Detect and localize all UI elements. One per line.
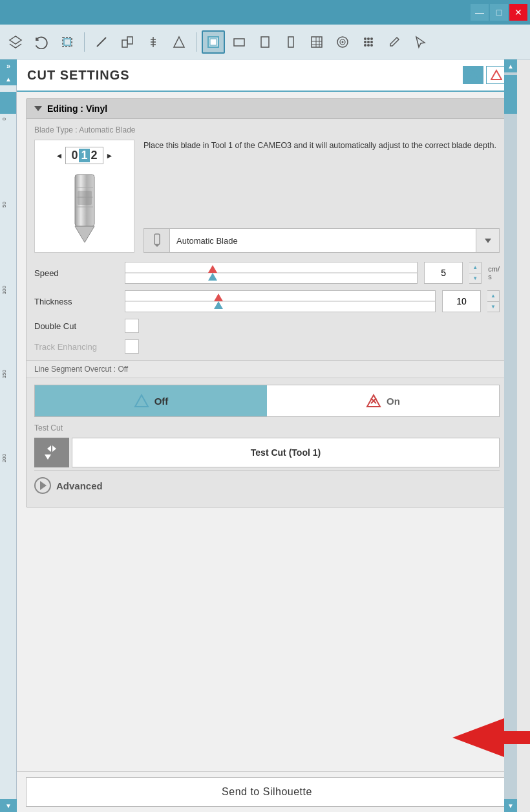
- minimize-button[interactable]: —: [471, 4, 489, 21]
- blade-selector[interactable]: Automatic Blade: [143, 228, 500, 253]
- blade-selector-dropdown-icon[interactable]: [476, 229, 499, 252]
- header-icons: [463, 66, 507, 84]
- speed-spinners: ▲ ▼: [469, 262, 482, 284]
- thickness-input[interactable]: [442, 290, 481, 312]
- ruler-scroll-down[interactable]: ▼: [0, 799, 17, 812]
- editing-label: Editing : Vinyl: [47, 103, 107, 114]
- crop-icon[interactable]: [56, 30, 79, 54]
- overcut-off-icon: [134, 393, 149, 409]
- ruler-label-50: 50: [1, 202, 7, 208]
- page-icon[interactable]: [253, 30, 277, 54]
- play-triangle-icon: [40, 481, 47, 490]
- svg-rect-9: [261, 37, 269, 47]
- blade-next-button[interactable]: ►: [106, 151, 114, 160]
- ruler-scroll-up[interactable]: ▲: [0, 72, 17, 85]
- advanced-row[interactable]: Advanced: [34, 470, 500, 500]
- thickness-slider[interactable]: [125, 290, 436, 312]
- speed-slider-marker-bottom: [208, 273, 217, 281]
- svg-rect-36: [154, 234, 160, 244]
- thickness-slider-marker-top: [214, 294, 223, 301]
- blade-desc-area: Place this blade in Tool 1 of the CAMEO3…: [143, 140, 500, 253]
- scroll-up-button[interactable]: ▲: [504, 59, 517, 72]
- cut-settings-title: CUT SETTINGS: [27, 68, 130, 83]
- line-segment-label-bar: Line Segment Overcut : Off: [26, 360, 507, 378]
- thickness-decrement-button[interactable]: ▼: [487, 302, 499, 312]
- ruler-label-0: 0: [1, 118, 7, 120]
- left-ruler: » ▲ 0 50 100 150 200 ▼: [0, 59, 17, 812]
- editing-header[interactable]: Editing : Vinyl: [26, 99, 507, 119]
- svg-marker-38: [485, 239, 491, 243]
- overcut-on-button[interactable]: On: [267, 385, 499, 416]
- track-enhancing-row: Track Enhancing: [34, 339, 500, 354]
- grid-icon[interactable]: [305, 30, 328, 54]
- panel-body: Editing : Vinyl Blade Type : Automatic B…: [17, 92, 517, 773]
- spiral-icon[interactable]: [331, 30, 354, 54]
- pencil-icon[interactable]: [383, 30, 406, 54]
- test-cut-row: Test Cut (Tool 1): [34, 438, 500, 467]
- send-btn-bar: Send to Silhouette: [17, 771, 517, 812]
- content-panel: CUT SETTINGS Editing : Vinyl: [17, 59, 530, 812]
- svg-marker-31: [75, 226, 94, 242]
- knife-icon[interactable]: [142, 30, 165, 54]
- overcut-off-button[interactable]: Off: [35, 385, 267, 416]
- undo-icon[interactable]: [30, 30, 53, 54]
- blade-num-2: 2: [91, 149, 98, 162]
- paint-icon[interactable]: [202, 30, 225, 54]
- cut-settings-panel: CUT SETTINGS Editing : Vinyl: [17, 59, 517, 812]
- weld-icon[interactable]: [116, 30, 139, 54]
- right-scrollbar: ▲ ▼: [504, 59, 517, 812]
- svg-point-25: [364, 44, 366, 47]
- blade-num-1: 1: [79, 149, 89, 162]
- svg-rect-4: [127, 37, 132, 44]
- advanced-label: Advanced: [56, 480, 103, 491]
- pointer-icon[interactable]: [408, 30, 432, 54]
- svg-point-18: [342, 41, 344, 43]
- transform-icon[interactable]: [4, 30, 27, 54]
- svg-point-21: [370, 37, 373, 40]
- double-cut-checkbox[interactable]: [125, 319, 139, 333]
- speed-input[interactable]: [424, 262, 463, 284]
- svg-point-19: [364, 37, 366, 40]
- line-segment-label: Line Segment Overcut : Off: [34, 365, 128, 374]
- toolbar-divider-1: [84, 32, 85, 52]
- scroll-down-button[interactable]: ▼: [504, 799, 517, 812]
- track-enhancing-checkbox[interactable]: [125, 339, 139, 354]
- blade-description: Place this blade in Tool 1 of the CAMEO3…: [143, 140, 500, 219]
- page2-icon[interactable]: [279, 30, 302, 54]
- svg-rect-1: [64, 39, 70, 45]
- ruler-corner[interactable]: »: [0, 59, 17, 72]
- node-icon[interactable]: [167, 30, 191, 54]
- svg-rect-11: [312, 37, 322, 47]
- blade-prev-button[interactable]: ◄: [56, 151, 63, 160]
- overcut-on-label: On: [387, 396, 400, 407]
- line-icon[interactable]: [90, 30, 113, 54]
- speed-increment-button[interactable]: ▲: [469, 262, 481, 273]
- test-cut-button[interactable]: Test Cut (Tool 1): [72, 438, 500, 467]
- maximize-button[interactable]: □: [490, 4, 508, 21]
- fill-triangle-button[interactable]: [463, 66, 483, 84]
- scroll-thumb[interactable]: [504, 75, 517, 114]
- svg-point-22: [364, 41, 366, 43]
- red-arrow-indicator: [452, 715, 530, 760]
- blade-row: ◄ 0 1 2 ►: [34, 140, 500, 253]
- scroll-track: [504, 114, 517, 799]
- slider-track-2: [125, 301, 435, 302]
- advanced-play-icon: [34, 477, 51, 494]
- blade-selector-text: Automatic Blade: [170, 236, 476, 246]
- speed-decrement-button[interactable]: ▼: [469, 273, 481, 284]
- red-arrow-icon: [452, 715, 530, 760]
- overcut-buttons: Off On: [34, 385, 500, 417]
- title-bar: — □ ✕: [0, 0, 530, 25]
- blade-num-0: 0: [71, 149, 78, 162]
- speed-slider[interactable]: [125, 262, 418, 284]
- svg-point-20: [367, 37, 370, 40]
- dots-icon[interactable]: [357, 30, 380, 54]
- speed-row: Speed ▲ ▼ cm/s: [34, 262, 500, 284]
- ruler-label-100: 100: [1, 286, 7, 294]
- send-to-silhouette-button[interactable]: Send to Silhouette: [26, 777, 508, 807]
- thickness-increment-button[interactable]: ▲: [487, 291, 499, 302]
- double-cut-row: Double Cut: [34, 319, 500, 333]
- square-icon[interactable]: [228, 30, 251, 54]
- close-button[interactable]: ✕: [509, 4, 527, 21]
- test-cut-direction-button[interactable]: [34, 438, 69, 467]
